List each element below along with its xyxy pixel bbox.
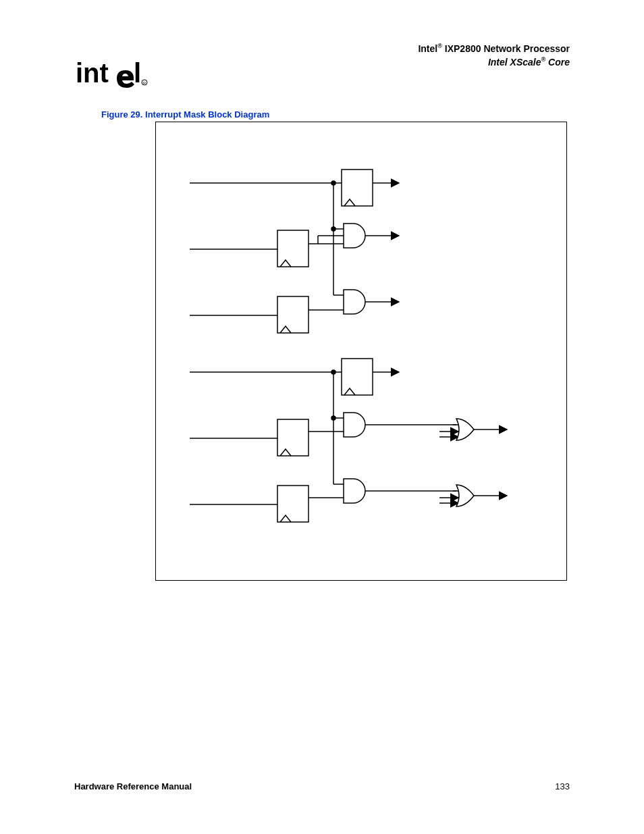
page-number: 133 <box>555 781 570 791</box>
interrupt-mask-block-diagram <box>155 122 567 581</box>
svg-text:R: R <box>143 81 146 85</box>
header-right: Intel® IXP2800 Network Processor Intel X… <box>418 42 570 68</box>
header-sub-prefix: Intel XScale <box>488 56 541 67</box>
page: Intel® IXP2800 Network Processor Intel X… <box>0 0 644 834</box>
header-company: Intel <box>418 43 437 54</box>
svg-text:l: l <box>134 58 141 88</box>
header-sub-suffix: Core <box>545 56 570 67</box>
intel-logo: intel R int l R <box>76 54 150 95</box>
header-line-1: Intel® IXP2800 Network Processor <box>418 42 570 55</box>
header-line-2: Intel XScale® Core <box>418 55 570 69</box>
figure-caption: Figure 29. Interrupt Mask Block Diagram <box>101 109 269 120</box>
footer-title: Hardware Reference Manual <box>74 781 192 791</box>
svg-text:int: int <box>76 58 109 88</box>
header-product: IXP2800 Network Processor <box>442 43 570 54</box>
header-reg1: ® <box>437 43 442 49</box>
